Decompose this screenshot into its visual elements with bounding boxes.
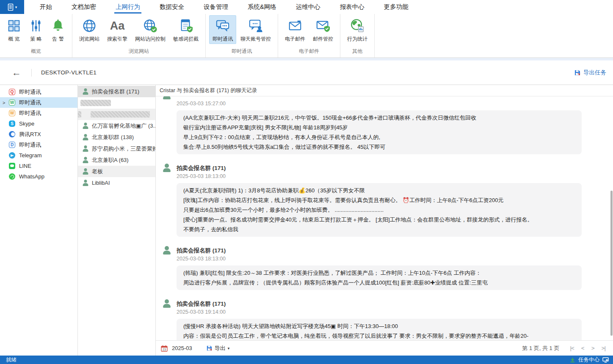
button-label: 聊天账号管控: [240, 36, 271, 43]
sidebar-item-label: WhatsApp: [19, 173, 44, 180]
export-button[interactable]: 导出 ▾: [206, 345, 230, 352]
grid-icon: [7, 17, 21, 35]
button-label: 网站访问控制: [135, 36, 166, 43]
group-list-item[interactable]: 苏宁易购小米，三星荟聚购...: [78, 143, 155, 154]
group-label: 即时通讯: [207, 47, 276, 57]
avatar: [163, 96, 171, 99]
ribbon-group-im: 即时通讯 聊天账号管控 即时通讯: [206, 14, 278, 57]
sidebar-item-telegram[interactable]: Telegram: [0, 150, 77, 161]
button-label: 电子邮件: [285, 36, 305, 43]
ribbon-tab[interactable]: 更多功能: [374, 0, 418, 14]
ribbon-tab[interactable]: 文档加密: [62, 0, 106, 14]
export-task-button[interactable]: 导出任务: [574, 69, 606, 77]
sliders-icon: [29, 17, 43, 35]
search-engine-button[interactable]: Aa 搜索引擎: [104, 15, 131, 44]
group-list-item-selected[interactable]: 拍卖会报名群 (171): [78, 86, 155, 97]
mail-shield-icon: [316, 17, 330, 35]
qq-icon: Q: [9, 89, 15, 95]
status-text: 就绪: [6, 356, 17, 364]
ribbon: 概 览 策 略 告 警 概览: [0, 14, 613, 58]
button-label: 邮件管控: [313, 36, 333, 43]
sidebar-item-label: LINE: [19, 163, 31, 169]
group-list-item-blurred[interactable]: [78, 97, 155, 109]
group-label: 老板: [92, 168, 103, 175]
email-button[interactable]: 电子邮件: [282, 15, 309, 44]
policy-button[interactable]: 策 略: [25, 15, 47, 44]
ribbon-tab[interactable]: 报表中心: [330, 0, 374, 14]
sidebar-item-rtx[interactable]: 腾讯RTX: [0, 129, 77, 140]
group-label: 北京兼职A (63): [92, 156, 129, 164]
ribbon-tab[interactable]: 数据安全: [150, 0, 194, 14]
first-page-icon[interactable]: |<: [570, 345, 574, 351]
chevron-down-icon: ▾: [15, 5, 17, 9]
overview-button[interactable]: 概 览: [3, 15, 25, 44]
line-icon: [9, 163, 15, 169]
message-bubble: (韩瑞) 兼职[红包] 限女生:20～38 工作要求：对医美行业熟悉，了解过医美…: [177, 265, 582, 290]
person-icon: [82, 180, 88, 186]
sidebar-item-whatsapp[interactable]: WhatsApp: [0, 171, 77, 182]
im-button-selected[interactable]: 即时通讯: [209, 15, 236, 44]
message-time: 2025-03-03 18:13:00: [177, 173, 613, 179]
expander-icon[interactable]: >: [3, 100, 5, 105]
alert-button[interactable]: 告 警: [47, 15, 69, 44]
group-label: 电子邮件: [280, 47, 338, 57]
sidebar-item-im-wecom[interactable]: W 即时通讯: [0, 108, 77, 118]
sensitive-word-block-button[interactable]: 敏感词拦截: [170, 15, 202, 44]
ribbon-tab-active[interactable]: 上网行为: [106, 0, 150, 14]
person-icon: [82, 145, 88, 152]
group-list-item[interactable]: 北京兼职群 (138): [78, 131, 155, 143]
sidebar-item-label: 即时通讯: [19, 88, 41, 96]
group-list-item[interactable]: 北京兼职A (63): [78, 154, 155, 166]
chat-group-list: 拍卖会报名群 (171) 亿万富翁孵化基地▣广 (3... 北京兼职群 (138…: [78, 85, 156, 356]
prev-page-icon[interactable]: <: [581, 345, 584, 351]
chat-message: 拍卖会报名群 (171) 2025-03-03 18:13:00 (韩瑞) 兼职…: [163, 246, 613, 290]
person-icon: [82, 134, 88, 140]
month-picker[interactable]: 23 2025-03: [161, 345, 192, 352]
browse-website-button[interactable]: 浏览网站: [76, 15, 103, 44]
website-access-control-button[interactable]: 网站访问控制: [132, 15, 169, 44]
group-list-item[interactable]: 亿万富翁孵化基地▣广 (3...: [78, 120, 155, 131]
next-page-icon[interactable]: >: [591, 345, 594, 351]
task-center-button[interactable]: 任务中心: [570, 356, 609, 364]
group-label: 北京兼职群 (138): [92, 134, 134, 141]
sidebar-item-label: 即时通讯: [19, 141, 41, 149]
sidebar-item-im-d[interactable]: D 即时通讯: [0, 140, 77, 150]
ribbon-tab[interactable]: 系统&网络: [238, 0, 286, 14]
export-floppy-icon: [574, 69, 581, 76]
ribbon-tab[interactable]: 开始: [30, 0, 62, 14]
person-icon: [82, 168, 88, 175]
ribbon-tab[interactable]: 运维中心: [286, 0, 330, 14]
chat-bubbles-icon: [215, 17, 230, 35]
sidebar-item-label: 即时通讯: [19, 109, 41, 117]
sidebar-item-label: Skype: [19, 120, 34, 127]
person-icon: [82, 157, 88, 163]
device-name: DESKTOP-VLKTLE1: [41, 69, 97, 76]
last-page-icon[interactable]: >|: [602, 345, 605, 351]
chat-messages: 2025-03-03 15:27:00 (AA北京兼职工作-大米) 明天周二兼职…: [156, 96, 613, 340]
chat-account-control-button[interactable]: 聊天账号管控: [237, 15, 274, 44]
behavior-stats-button[interactable]: 行为统计: [344, 15, 371, 44]
chat-scrollbar[interactable]: [610, 191, 613, 336]
sidebar-item-label: 即时通讯: [19, 99, 41, 107]
document-icon: [7, 3, 14, 11]
group-list-item[interactable]: LiblibAI: [78, 177, 155, 189]
download-arrow-icon: [570, 357, 575, 363]
monitor-icon[interactable]: [602, 357, 609, 363]
sidebar-item-skype[interactable]: S Skype: [0, 118, 77, 129]
mail-control-button[interactable]: 邮件管控: [309, 15, 337, 44]
sidebar-item-im-q[interactable]: Q 即时通讯: [0, 87, 77, 97]
ribbon-tab[interactable]: 设备管理: [194, 0, 238, 14]
ribbon-group-overview: 概 览 策 略 告 警 概览: [0, 14, 72, 57]
sidebar-item-line[interactable]: LINE: [0, 161, 77, 171]
message-bubble: (AA北京兼职工作-大米) 明天周二兼职216元，中午管饭。150现金+66多代…: [177, 110, 582, 154]
telegram-icon: [9, 152, 15, 159]
app-menu-button[interactable]: ▾: [0, 0, 24, 14]
group-list-item-blurred[interactable]: [78, 109, 155, 120]
sidebar-item-im-wechat-selected[interactable]: > W 即时通讯: [0, 97, 77, 108]
chat-message: 2025-03-03 15:27:00 (AA北京兼职工作-大米) 明天周二兼职…: [163, 96, 613, 154]
group-list-item[interactable]: 老板: [78, 166, 155, 177]
globe-icon: [82, 17, 97, 35]
divider: [31, 69, 32, 77]
back-arrow-icon[interactable]: ←: [12, 68, 21, 77]
svg-text:23: 23: [163, 348, 166, 351]
